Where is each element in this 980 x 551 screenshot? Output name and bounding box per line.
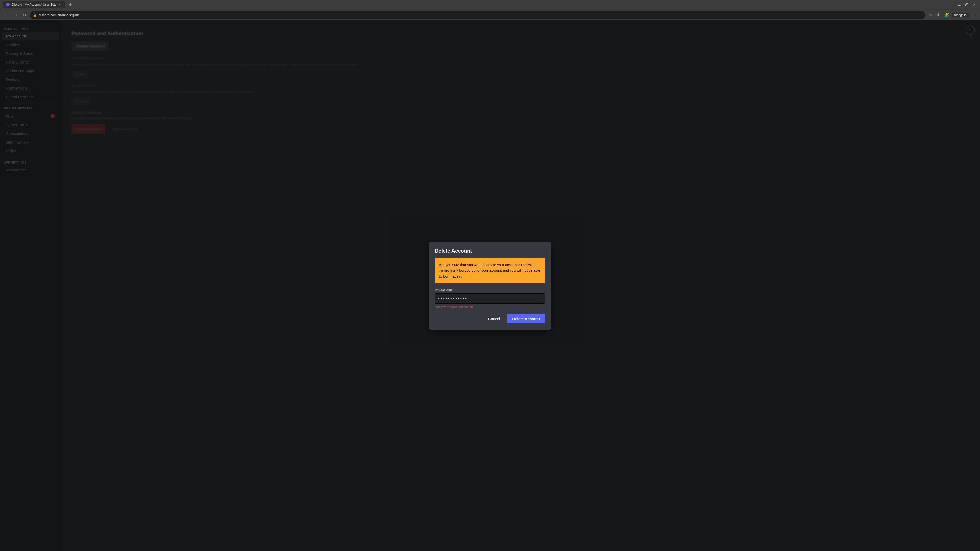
tab-close-button[interactable]: ✕ xyxy=(58,3,62,6)
browser-titlebar: Discord | My Account | User Sett ✕ + 🗕 🗗… xyxy=(0,0,980,9)
back-button[interactable]: ← xyxy=(3,11,10,19)
lock-icon: 🔒 xyxy=(33,13,37,17)
reload-button[interactable]: ↻ xyxy=(21,11,27,19)
browser-chrome: Discord | My Account | User Sett ✕ + 🗕 🗗… xyxy=(0,0,980,21)
extension-icon[interactable]: 🧩 xyxy=(943,11,950,18)
modal-title: Delete Account xyxy=(435,248,545,254)
cancel-button[interactable]: Cancel xyxy=(484,314,504,324)
close-button[interactable]: ✕ xyxy=(972,2,977,7)
minimize-button[interactable]: 🗕 xyxy=(956,2,962,7)
modal-actions: Cancel Delete Account xyxy=(435,314,545,324)
menu-icon[interactable]: ⋮ xyxy=(971,11,977,18)
toolbar-actions: ☆ ⬇ 🧩 Incognito ⋮ xyxy=(928,11,977,18)
url-display: discord.com/channels/@me xyxy=(39,13,922,17)
warning-text: Are you sure that you want to delete you… xyxy=(439,262,541,279)
delete-account-modal: Delete Account Are you sure that you wan… xyxy=(429,242,551,330)
incognito-badge: Incognito xyxy=(952,13,969,17)
tab-title: Discord | My Account | User Sett xyxy=(12,3,56,6)
bookmark-icon[interactable]: ☆ xyxy=(928,11,934,18)
restore-button[interactable]: 🗗 xyxy=(964,2,970,7)
delete-account-confirm-button[interactable]: Delete Account xyxy=(507,314,545,324)
new-tab-button[interactable]: + xyxy=(67,1,74,8)
password-error-text: Password does not match xyxy=(435,305,545,309)
address-bar[interactable]: 🔒 discord.com/channels/@me xyxy=(30,11,925,19)
password-field-label: PASSWORD xyxy=(435,288,545,291)
browser-tab[interactable]: Discord | My Account | User Sett ✕ xyxy=(3,1,65,8)
modal-overlay: Delete Account Are you sure that you wan… xyxy=(0,21,980,551)
forward-button[interactable]: → xyxy=(12,11,19,19)
download-icon[interactable]: ⬇ xyxy=(935,11,941,18)
password-input[interactable] xyxy=(435,293,545,303)
warning-box: Are you sure that you want to delete you… xyxy=(435,258,545,283)
discord-favicon-icon xyxy=(6,3,10,6)
window-controls: 🗕 🗗 ✕ xyxy=(956,2,977,7)
browser-toolbar: ← → ↻ 🔒 discord.com/channels/@me ☆ ⬇ 🧩 I… xyxy=(0,9,980,21)
